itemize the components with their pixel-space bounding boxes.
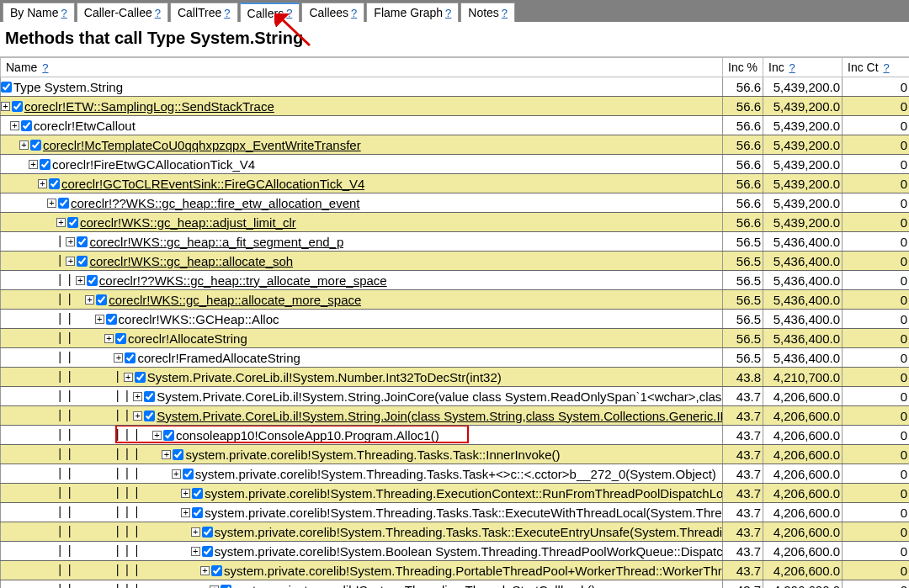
row-checkbox[interactable]	[58, 198, 69, 209]
expander-icon[interactable]: +	[19, 140, 29, 150]
help-icon[interactable]: ?	[224, 7, 230, 19]
expander-icon[interactable]: +	[10, 121, 19, 130]
row-checkbox[interactable]	[106, 314, 117, 325]
table-row[interactable]: || ||| +system.private.corelib!System.Th…	[1, 561, 910, 580]
table-row[interactable]: || ||| +system.private.corelib!System.Bo…	[1, 542, 910, 561]
expander-icon[interactable]: +	[133, 392, 142, 401]
expander-icon[interactable]: +	[124, 373, 133, 382]
tab-notes[interactable]: Notes?	[460, 3, 515, 22]
expander-icon[interactable]: +	[114, 353, 123, 363]
row-checkbox[interactable]	[67, 217, 78, 228]
row-checkbox[interactable]	[21, 120, 32, 131]
table-row[interactable]: || +coreclr!WKS::gc_heap::allocate_more_…	[1, 290, 910, 310]
table-row[interactable]: +coreclr!EtwCallout56.65,439,200.00	[1, 116, 910, 135]
tab-caller-callee[interactable]: Caller-Callee?	[77, 3, 168, 22]
table-row[interactable]: || ||| +system.private.corelib!System.Th…	[1, 522, 910, 542]
table-row[interactable]: || |+System.Private.CoreLib.il!System.Nu…	[1, 368, 910, 387]
row-checkbox[interactable]	[163, 430, 174, 441]
col-header-name[interactable]: Name ?	[1, 58, 723, 77]
table-row[interactable]: || ||+System.Private.CoreLib.il!System.S…	[1, 406, 910, 426]
table-row[interactable]: +coreclr!GCToCLREventSink::FireGCAllocat…	[1, 174, 910, 193]
row-checkbox[interactable]	[125, 352, 136, 363]
row-checkbox[interactable]	[30, 140, 41, 151]
table-row[interactable]: +coreclr!ETW::SamplingLog::SendStackTrac…	[1, 97, 910, 116]
expander-icon[interactable]: +	[191, 527, 200, 537]
help-icon[interactable]: ?	[883, 61, 889, 74]
row-checkbox[interactable]	[211, 565, 222, 576]
tab-by-name[interactable]: By Name?	[3, 3, 75, 22]
expander-icon[interactable]: +	[104, 334, 114, 343]
expander-icon[interactable]: +	[29, 160, 38, 169]
row-checkbox[interactable]	[144, 411, 155, 421]
table-row[interactable]: ||+coreclr!??WKS::gc_heap::try_allocate_…	[1, 271, 910, 290]
row-checkbox[interactable]	[77, 236, 88, 247]
table-row[interactable]: || ||| +system.private.corelib!System.Th…	[1, 484, 910, 503]
expander-icon[interactable]: +	[85, 295, 94, 305]
table-row[interactable]: || ||+System.Private.CoreLib.il!System.S…	[1, 387, 910, 406]
expander-icon[interactable]: +	[181, 489, 190, 498]
table-row[interactable]: |+coreclr!WKS::gc_heap::a_fit_segment_en…	[1, 232, 910, 252]
row-checkbox[interactable]	[115, 333, 126, 344]
expander-icon[interactable]: +	[66, 237, 75, 246]
row-checkbox[interactable]	[202, 527, 213, 538]
table-row[interactable]: Type System.String56.65,439,200.00	[1, 77, 910, 97]
row-checkbox[interactable]	[77, 256, 88, 267]
row-checkbox[interactable]	[1, 82, 12, 93]
row-checkbox[interactable]	[96, 294, 107, 305]
table-row[interactable]: || +coreclr!WKS::GCHeap::Alloc56.55,436,…	[1, 310, 910, 329]
row-checkbox[interactable]	[192, 488, 203, 499]
table-row[interactable]: +coreclr!WKS::gc_heap::adjust_limit_clr5…	[1, 213, 910, 232]
table-row[interactable]: || ||| +system.private.corelib!System.Th…	[1, 503, 910, 522]
expander-icon[interactable]: +	[66, 257, 75, 266]
expander-icon[interactable]: +	[133, 411, 142, 421]
row-checkbox[interactable]	[144, 391, 155, 402]
table-row[interactable]: +coreclr!??WKS::gc_heap::fire_etw_alloca…	[1, 193, 910, 213]
table-row[interactable]: || ||| +system.private.corelib!System.Th…	[1, 464, 910, 484]
expander-icon[interactable]: +	[152, 431, 162, 440]
table-row[interactable]: || ||| +system.private.corelib!System.Th…	[1, 580, 910, 589]
tab-flame-graph[interactable]: Flame Graph?	[366, 3, 459, 22]
tab-callers[interactable]: Callers?	[240, 3, 300, 22]
row-checkbox[interactable]	[192, 507, 203, 518]
col-header-incp[interactable]: Inc % ?	[723, 58, 763, 77]
expander-icon[interactable]: +	[1, 102, 10, 111]
expander-icon[interactable]: +	[76, 276, 85, 285]
help-icon[interactable]: ?	[42, 61, 48, 74]
table-row[interactable]: || ||| +consoleapp10!ConsoleApp10.Progra…	[1, 426, 910, 445]
col-header-inc[interactable]: Inc ?	[763, 58, 843, 77]
help-icon[interactable]: ?	[155, 7, 161, 19]
row-checkbox[interactable]	[183, 469, 194, 479]
expander-icon[interactable]: +	[172, 469, 181, 479]
help-icon[interactable]: ?	[445, 7, 451, 19]
expander-icon[interactable]: +	[47, 199, 56, 208]
row-checkbox[interactable]	[40, 159, 50, 170]
table-row[interactable]: || ||| +system.private.corelib!System.Th…	[1, 445, 910, 464]
row-checkbox[interactable]	[173, 449, 183, 460]
help-icon[interactable]: ?	[61, 7, 67, 19]
tab-callees[interactable]: Callees?	[301, 3, 364, 22]
help-icon[interactable]: ?	[351, 7, 357, 19]
expander-icon[interactable]: +	[56, 218, 66, 227]
row-checkbox[interactable]	[221, 585, 231, 589]
expander-icon[interactable]: +	[162, 450, 171, 459]
expander-icon[interactable]: +	[191, 547, 200, 556]
row-checkbox[interactable]	[87, 275, 98, 286]
expander-icon[interactable]: +	[181, 508, 190, 517]
col-header-incc[interactable]: Inc Ct ?	[843, 58, 910, 77]
table-row[interactable]: |+coreclr!WKS::gc_heap::allocate_soh56.5…	[1, 252, 910, 271]
table-row[interactable]: || +coreclr!FramedAllocateString56.55,43…	[1, 348, 910, 368]
row-checkbox[interactable]	[12, 101, 23, 112]
expander-icon[interactable]: +	[38, 179, 47, 188]
tab-calltree[interactable]: CallTree?	[170, 3, 238, 22]
expander-icon[interactable]: +	[200, 566, 210, 575]
help-icon[interactable]: ?	[286, 7, 292, 19]
table-row[interactable]: +coreclr!FireEtwGCAllocationTick_V456.65…	[1, 155, 910, 174]
help-icon[interactable]: ?	[502, 7, 508, 19]
row-checkbox[interactable]	[202, 546, 213, 557]
row-checkbox[interactable]	[135, 372, 146, 383]
expander-icon[interactable]: +	[95, 315, 104, 324]
table-row[interactable]: || +coreclr!AllocateString56.55,436,400.…	[1, 329, 910, 348]
row-checkbox[interactable]	[49, 178, 60, 189]
expander-icon[interactable]: +	[210, 585, 219, 589]
table-row[interactable]: +coreclr!McTemplateCoU0qqhxpzqpx_EventWr…	[1, 135, 910, 155]
